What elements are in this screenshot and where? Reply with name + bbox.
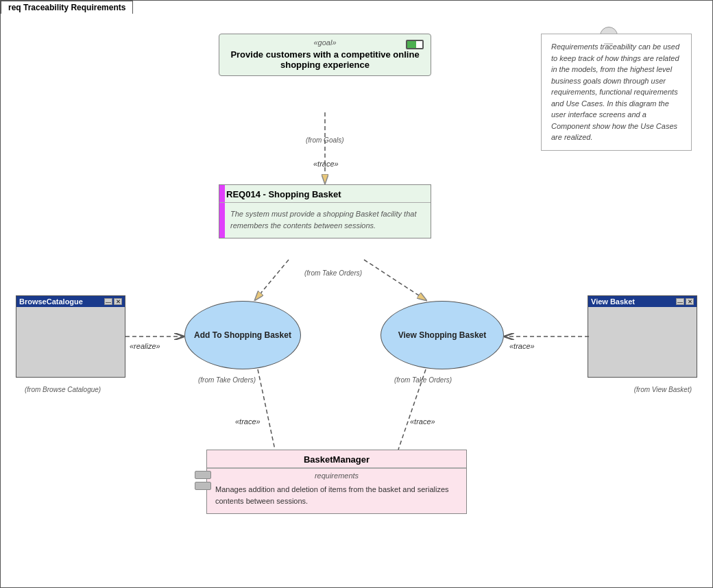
usecase-view-basket: View Shopping Basket [380, 301, 504, 369]
basket-manager-box: BasketManager requirements Manages addit… [206, 450, 467, 514]
usecase2-from-label: (from Take Orders) [394, 376, 452, 384]
req-box: REQ014 - Shopping Basket The system must… [219, 184, 431, 238]
basket-component-icon [195, 471, 211, 490]
goal-from-label: (from Goals) [306, 136, 344, 144]
trace-label-right: «trace» [509, 342, 535, 350]
req-title: REQ014 - Shopping Basket [219, 185, 431, 203]
diagram-container: req Traceability Requirements Requiremen… [0, 0, 713, 588]
req-from-label: (from Take Orders) [304, 269, 362, 277]
basket-title: BasketManager [207, 450, 466, 468]
browse-body [16, 307, 125, 377]
tab-label: req Traceability Requirements [1, 1, 133, 14]
browse-from-label: (from Browse Catalogue) [25, 386, 101, 393]
viewbasket-body [588, 307, 697, 377]
basket-section-label: requirements [207, 469, 466, 481]
basket-rect-1 [195, 471, 211, 479]
goal-box: «goal» Provide customers with a competit… [219, 34, 431, 76]
usecase-add-basket: Add To Shopping Basket [184, 301, 301, 369]
trace-label-add: «trace» [235, 417, 261, 426]
viewbasket-titlebar: View Basket — ✕ [588, 296, 697, 307]
goal-stereotype: «goal» [219, 34, 431, 47]
svg-line-4 [364, 260, 427, 301]
svg-line-7 [258, 369, 275, 450]
browse-titlebar: BrowseCatalogue — ✕ [16, 296, 125, 307]
viewbasket-minimize-btn[interactable]: — [676, 298, 684, 305]
browse-titlebar-btns: — ✕ [104, 298, 122, 305]
usecase1-from-label: (from Take Orders) [198, 376, 256, 384]
browse-close-btn[interactable]: ✕ [114, 298, 122, 305]
viewbasket-titlebar-btns: — ✕ [676, 298, 694, 305]
browse-title: BrowseCatalogue [19, 297, 83, 306]
browse-catalogue-window: BrowseCatalogue — ✕ [16, 295, 125, 378]
browse-minimize-btn[interactable]: — [104, 298, 112, 305]
viewbasket-title: View Basket [591, 297, 635, 306]
trace-label-1: «trace» [313, 160, 339, 168]
goal-title: Provide customers with a competitive onl… [219, 47, 431, 75]
note-box: Requirements traceability can be used to… [541, 34, 692, 151]
viewbasket-close-btn[interactable]: ✕ [686, 298, 694, 305]
req-body: The system must provide a shopping Baske… [219, 203, 431, 238]
battery-icon [406, 40, 424, 49]
realize-label: «realize» [130, 342, 160, 350]
trace-label-view: «trace» [410, 417, 435, 426]
note-text: Requirements traceability can be used to… [551, 42, 679, 141]
viewbasket-from-label: (from View Basket) [634, 386, 692, 393]
basket-body: Manages addition and deletion of items f… [207, 481, 466, 513]
usecase-view-label: View Shopping Basket [398, 330, 486, 340]
view-basket-window: View Basket — ✕ [588, 295, 697, 378]
svg-line-3 [254, 260, 289, 301]
basket-rect-2 [195, 482, 211, 490]
usecase-add-label: Add To Shopping Basket [194, 330, 291, 340]
